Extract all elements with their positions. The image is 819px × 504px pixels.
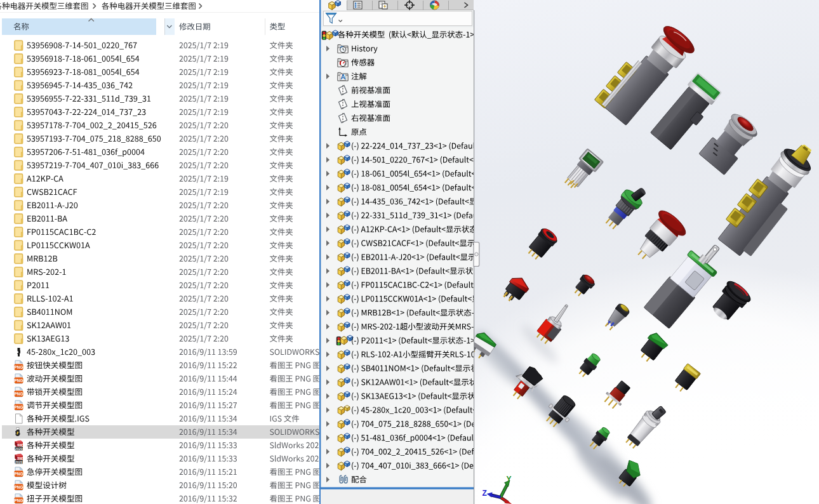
- svg-text:2020: 2020: [15, 460, 23, 464]
- svg-text:SW: SW: [17, 443, 23, 447]
- svg-text:A: A: [340, 73, 345, 81]
- svg-text:PNG: PNG: [15, 378, 23, 383]
- svg-text:SW: SW: [17, 456, 23, 460]
- svg-text:2020: 2020: [15, 447, 23, 451]
- svg-text:Y: Y: [507, 475, 512, 484]
- svg-text:PNG: PNG: [15, 392, 23, 396]
- svg-text:PNG: PNG: [15, 485, 23, 489]
- svg-text:PNG: PNG: [15, 405, 23, 409]
- svg-text:PNG: PNG: [15, 498, 23, 503]
- svg-text:PNG: PNG: [15, 472, 23, 476]
- svg-text:PNG: PNG: [15, 365, 23, 369]
- svg-text:Z: Z: [483, 489, 487, 498]
